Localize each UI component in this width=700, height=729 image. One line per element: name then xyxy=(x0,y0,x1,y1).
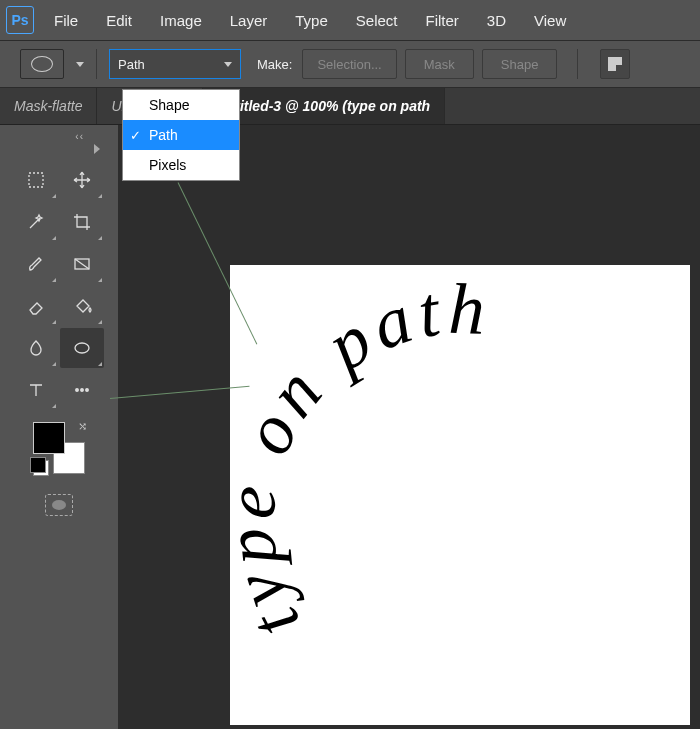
ellipse-icon xyxy=(72,338,92,358)
move-icon xyxy=(72,170,92,190)
document-tab[interactable]: Mask-flatte xyxy=(0,88,97,124)
eraser-icon xyxy=(26,296,46,316)
ellipse-icon xyxy=(31,56,53,72)
path-combine-icon xyxy=(608,57,622,71)
chevron-down-icon xyxy=(224,62,232,67)
bucket-icon xyxy=(72,296,92,316)
svg-point-5 xyxy=(86,389,89,392)
default-colors-icon[interactable] xyxy=(33,460,49,476)
ps-icon: Ps xyxy=(6,6,34,34)
chevron-down-icon[interactable] xyxy=(76,62,84,67)
marquee-tool[interactable] xyxy=(14,160,58,200)
swap-colors-icon[interactable]: ⤭ xyxy=(78,420,87,433)
move-tool[interactable] xyxy=(60,160,104,200)
svg-rect-0 xyxy=(29,173,43,187)
make-selection-button[interactable]: Selection... xyxy=(302,49,396,79)
document-tabs: Mask-flatte Untitled-2 × Untitled-3 @ 10… xyxy=(0,88,700,125)
svg-point-3 xyxy=(76,389,79,392)
shape-tool-picker[interactable] xyxy=(20,49,64,79)
menu-3d[interactable]: 3D xyxy=(473,0,520,40)
menu-items: File Edit Image Layer Type Select Filter… xyxy=(40,0,580,40)
tools-panel: ‹‹ xyxy=(0,125,118,729)
foreground-color-swatch[interactable] xyxy=(33,422,65,454)
svg-point-4 xyxy=(81,389,84,392)
ellipse-shape-tool[interactable] xyxy=(60,328,104,368)
svg-text:type on path: type on path xyxy=(230,269,492,651)
svg-point-2 xyxy=(75,343,89,353)
dropdown-option-shape[interactable]: Shape xyxy=(123,90,239,120)
dropdown-option-path[interactable]: Path xyxy=(123,120,239,150)
canvas-content: type on path xyxy=(230,265,690,725)
path-operations-button[interactable] xyxy=(600,49,630,79)
menu-image[interactable]: Image xyxy=(146,0,216,40)
panel-flyout-icon[interactable] xyxy=(94,144,100,154)
marquee-icon xyxy=(26,170,46,190)
magic-wand-tool[interactable] xyxy=(14,202,58,242)
gradient-icon xyxy=(72,254,92,274)
menu-layer[interactable]: Layer xyxy=(216,0,282,40)
document-tab-label: Untitled-3 @ 100% (type on path xyxy=(217,98,431,114)
work-area: ‹‹ xyxy=(0,125,700,729)
brush-icon xyxy=(26,254,46,274)
make-label: Make: xyxy=(257,57,292,72)
document-canvas[interactable]: type on path xyxy=(230,265,690,725)
canvas-area[interactable]: type on path xyxy=(118,125,700,729)
crop-icon xyxy=(72,212,92,232)
smudge-tool[interactable] xyxy=(14,328,58,368)
make-shape-button[interactable]: Shape xyxy=(482,49,558,79)
menu-file[interactable]: File xyxy=(40,0,92,40)
quick-mask-icon xyxy=(52,500,66,510)
app-logo: Ps xyxy=(0,0,40,40)
panel-collapse-chevrons[interactable]: ‹‹ xyxy=(75,131,118,142)
options-bar: Path Make: Selection... Mask Shape xyxy=(0,41,700,88)
smudge-icon xyxy=(26,338,46,358)
tool-grid xyxy=(14,160,104,410)
quick-mask-toggle[interactable] xyxy=(45,494,73,516)
dots-icon xyxy=(72,380,92,400)
tool-mode-value: Path xyxy=(118,57,145,72)
tool-mode-select[interactable]: Path xyxy=(109,49,241,79)
tool-mode-dropdown[interactable]: Shape Path Pixels xyxy=(122,89,240,181)
menu-select[interactable]: Select xyxy=(342,0,412,40)
crop-tool[interactable] xyxy=(60,202,104,242)
wand-icon xyxy=(26,212,46,232)
type-icon xyxy=(26,380,46,400)
gradient-tool[interactable] xyxy=(60,244,104,284)
menu-filter[interactable]: Filter xyxy=(412,0,473,40)
document-tab-label: Mask-flatte xyxy=(14,98,82,114)
make-mask-button[interactable]: Mask xyxy=(405,49,474,79)
more-tools[interactable] xyxy=(60,370,104,410)
dropdown-option-pixels[interactable]: Pixels xyxy=(123,150,239,180)
brush-tool[interactable] xyxy=(14,244,58,284)
menu-type[interactable]: Type xyxy=(281,0,342,40)
menu-edit[interactable]: Edit xyxy=(92,0,146,40)
separator xyxy=(96,49,97,79)
menu-bar: Ps File Edit Image Layer Type Select Fil… xyxy=(0,0,700,41)
eraser-tool[interactable] xyxy=(14,286,58,326)
type-tool[interactable] xyxy=(14,370,58,410)
paint-bucket-tool[interactable] xyxy=(60,286,104,326)
text-on-path: type on path xyxy=(230,269,492,651)
separator xyxy=(577,49,578,79)
color-swatches[interactable]: ⤭ xyxy=(31,420,87,476)
menu-view[interactable]: View xyxy=(520,0,580,40)
